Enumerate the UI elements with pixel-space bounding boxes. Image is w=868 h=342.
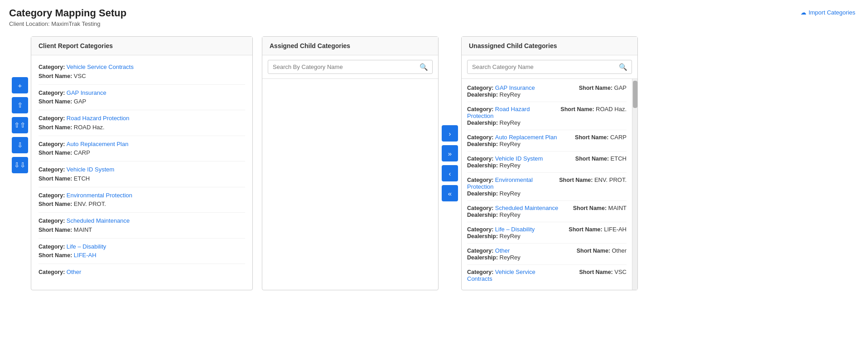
move-down-one-button[interactable]: ⇩ xyxy=(12,137,28,153)
list-item: Category: Road Hazard Protection Dealers… xyxy=(467,102,627,130)
page-header: Category Mapping Setup Client Location: … xyxy=(9,7,859,27)
assigned-search-box: 🔍 xyxy=(262,55,438,79)
move-right-all-button[interactable]: » xyxy=(442,145,458,161)
cloud-upload-icon: ☁ xyxy=(800,9,806,16)
assigned-child-categories-panel: Assigned Child Categories 🔍 xyxy=(262,36,439,290)
double-chevron-up-icon: ⇧⇧ xyxy=(14,121,26,129)
chevron-up-icon: ⇧ xyxy=(17,101,23,109)
list-item: Category: Environmental Protection Short… xyxy=(39,187,245,213)
list-item: Category: Other Dealership: ReyRey Short… xyxy=(467,244,627,265)
list-item: Category: Life – Disability Short Name: … xyxy=(39,239,245,264)
left-panel-header: Client Report Categories xyxy=(31,37,252,55)
unassigned-child-categories-panel: Unassigned Child Categories 🔍 Category: … xyxy=(461,36,638,290)
move-down-all-button[interactable]: ⇩⇩ xyxy=(12,157,28,173)
double-chevron-down-icon: ⇩⇩ xyxy=(14,161,26,169)
list-item: Category: Scheduled Maintenance Short Na… xyxy=(39,213,245,239)
assigned-search-input[interactable] xyxy=(268,60,433,74)
side-buttons-panel: + ⇧ ⇧⇧ ⇩ ⇩⇩ xyxy=(9,36,31,173)
main-layout: + ⇧ ⇧⇧ ⇩ ⇩⇩ Client Report Categories Cat… xyxy=(9,36,859,290)
add-button[interactable]: + xyxy=(12,77,28,93)
client-report-categories-panel: Client Report Categories Category: Vehic… xyxy=(31,36,253,290)
double-right-chevron-icon: » xyxy=(448,150,452,157)
right-chevron-icon: › xyxy=(449,130,451,137)
plus-icon: + xyxy=(18,82,22,89)
right-panel-header: Unassigned Child Categories xyxy=(462,37,637,55)
unassigned-search-input[interactable] xyxy=(467,60,632,74)
scrollbar[interactable] xyxy=(632,79,637,290)
middle-panel-body xyxy=(262,79,438,260)
left-panel-body: Category: Vehicle Service Contracts Shor… xyxy=(31,55,252,278)
left-chevron-icon: ‹ xyxy=(449,170,451,177)
list-item: Category: Auto Replacement Plan Dealersh… xyxy=(467,130,627,151)
list-item: Category: Auto Replacement Plan Short Na… xyxy=(39,136,245,162)
transfer-arrows-panel: › » ‹ « xyxy=(439,36,461,290)
list-item: Category: Vehicle ID System Short Name: … xyxy=(39,161,245,187)
middle-panel-header: Assigned Child Categories xyxy=(262,37,438,55)
unassigned-search-box: 🔍 xyxy=(462,55,637,79)
move-right-one-button[interactable]: › xyxy=(442,125,458,142)
list-item: Category: Vehicle ID System Dealership: … xyxy=(467,151,627,173)
import-label: Import Categories xyxy=(809,9,855,16)
list-item: Category: GAP Insurance Dealership: ReyR… xyxy=(467,81,627,102)
list-item: Category: Vehicle Service Contracts Shor… xyxy=(39,59,245,85)
page-subtitle: Client Location: MaximTrak Testing xyxy=(9,20,126,27)
list-item: Category: Road Hazard Protection Short N… xyxy=(39,110,245,136)
list-item: Category: Life – Disability Dealership: … xyxy=(467,222,627,244)
scrollbar-thumb xyxy=(633,81,637,108)
move-up-one-button[interactable]: ⇧ xyxy=(12,97,28,113)
list-item: Category: GAP Insurance Short Name: GAP xyxy=(39,85,245,111)
move-left-all-button[interactable]: « xyxy=(442,185,458,201)
list-item: Category: Vehicle Service Contracts Shor… xyxy=(467,265,627,286)
double-left-chevron-icon: « xyxy=(448,190,452,197)
list-item: Category: Environmental Protection Deale… xyxy=(467,173,627,201)
list-item: Category: Other Short Name: Other xyxy=(39,264,245,278)
list-item: Category: Scheduled Maintenance Dealersh… xyxy=(467,201,627,222)
chevron-down-icon: ⇩ xyxy=(17,141,23,149)
move-left-one-button[interactable]: ‹ xyxy=(442,165,458,181)
right-panel-body: Category: GAP Insurance Dealership: ReyR… xyxy=(462,79,632,290)
move-up-all-button[interactable]: ⇧⇧ xyxy=(12,117,28,133)
page-title: Category Mapping Setup xyxy=(9,7,126,19)
import-categories-button[interactable]: ☁ Import Categories xyxy=(797,7,859,18)
